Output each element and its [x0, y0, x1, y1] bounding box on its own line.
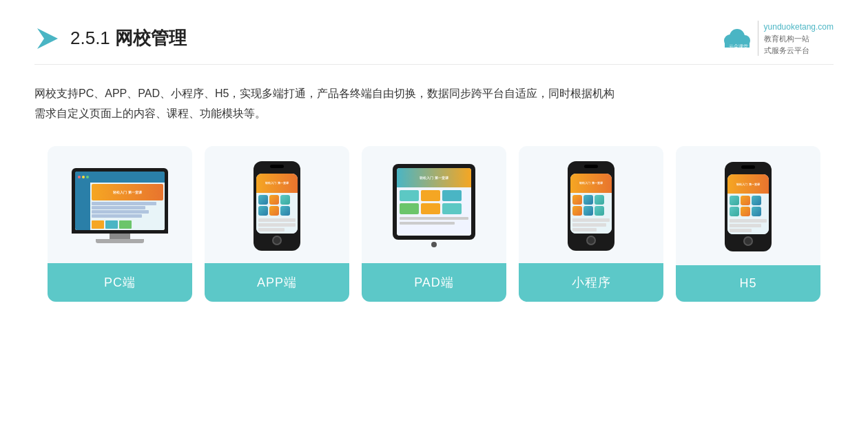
pad-body: 轻松入门 第一堂课 [393, 164, 475, 240]
brand-tagline1: 教育机构一站 [764, 33, 834, 45]
phone-notch-app [270, 165, 284, 168]
device-pad: 轻松入门 第一堂课 [393, 164, 475, 247]
phone-screen-app: 轻松入门 第一堂课 [256, 174, 298, 234]
pad-screen: 轻松入门 第一堂课 [397, 168, 471, 236]
mini-device-area: 轻松入门 第一堂课 [519, 146, 663, 263]
page-container: 2.5.1 网校管理 云朵课堂 yunduoketang.com 教育机构一站 … [0, 0, 868, 434]
phone-body-h5: 轻松入门 第一堂课 [725, 162, 772, 251]
arrow-logo-icon [34, 25, 61, 52]
header-right: 云朵课堂 yunduoketang.com 教育机构一站 式服务云平台 [722, 21, 834, 56]
device-pc: 轻松入门 第一堂课 [72, 168, 168, 243]
phone-home-btn-mini [586, 236, 596, 245]
phone-screen-mini: 轻松入门 第一堂课 [570, 174, 612, 234]
phone-notch-h5 [741, 165, 755, 169]
card-pad-label: PAD端 [362, 263, 506, 302]
app-device-area: 轻松入门 第一堂课 [205, 146, 349, 263]
brand-logo-icon: 云朵课堂 [722, 25, 752, 52]
card-pc: 轻松入门 第一堂课 [48, 146, 192, 302]
card-pc-label: PC端 [48, 263, 192, 302]
device-phone-mini: 轻松入门 第一堂课 [568, 161, 614, 251]
svg-marker-0 [37, 28, 58, 49]
header: 2.5.1 网校管理 云朵课堂 yunduoketang.com 教育机构一站 … [34, 21, 834, 65]
device-phone-app: 轻松入门 第一堂课 [254, 161, 300, 251]
device-phone-h5: 轻松入门 第一堂课 [725, 162, 772, 251]
cards-container: 轻松入门 第一堂课 [34, 146, 834, 302]
description-line2: 需求自定义页面上的内容、课程、功能模块等。 [34, 104, 834, 124]
description-line1: 网校支持PC、APP、PAD、小程序、H5，实现多端打通，产品各终端自由切换，数… [34, 84, 834, 104]
phone-home-btn-app [272, 236, 282, 245]
title-prefix: 2.5.1 [70, 28, 115, 48]
card-pad: 轻松入门 第一堂课 [362, 146, 506, 302]
card-h5: 轻松入门 第一堂课 [676, 146, 820, 302]
page-title: 2.5.1 网校管理 [70, 26, 187, 50]
brand-tagline2: 式服务云平台 [764, 45, 834, 56]
card-app: 轻松入门 第一堂课 [205, 146, 349, 302]
svg-text:云朵课堂: 云朵课堂 [729, 44, 748, 49]
pad-device-area: 轻松入门 第一堂课 [362, 146, 506, 263]
card-h5-label: H5 [676, 265, 820, 302]
brand-text: yunduoketang.com 教育机构一站 式服务云平台 [758, 21, 834, 56]
brand-logo: 云朵课堂 yunduoketang.com 教育机构一站 式服务云平台 [722, 21, 834, 56]
phone-body-app: 轻松入门 第一堂课 [254, 161, 300, 251]
pc-device-area: 轻松入门 第一堂课 [48, 146, 192, 263]
phone-screen-h5: 轻松入门 第一堂课 [727, 174, 769, 234]
h5-device-area: 轻松入门 第一堂课 [676, 146, 820, 265]
phone-home-btn-h5 [743, 236, 753, 246]
pc-screen: 轻松入门 第一堂课 [72, 168, 168, 234]
header-left: 2.5.1 网校管理 [34, 25, 187, 52]
brand-site: yunduoketang.com [764, 21, 834, 33]
phone-body-mini: 轻松入门 第一堂课 [568, 161, 614, 251]
card-mini-label: 小程序 [519, 263, 663, 302]
title-bold: 网校管理 [115, 28, 187, 48]
card-app-label: APP端 [205, 263, 349, 302]
description: 网校支持PC、APP、PAD、小程序、H5，实现多端打通，产品各终端自由切换，数… [34, 84, 834, 124]
card-mini: 轻松入门 第一堂课 [519, 146, 663, 302]
phone-notch-mini [584, 165, 598, 168]
